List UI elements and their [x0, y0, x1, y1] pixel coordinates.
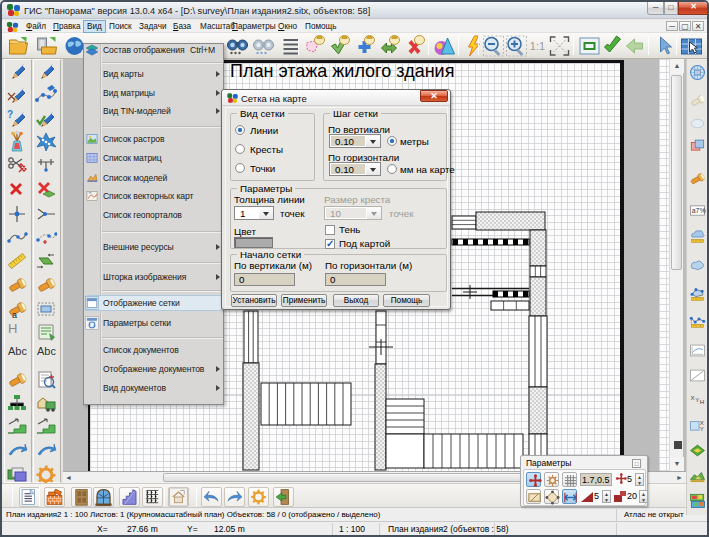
svg-text:a7%: a7%	[692, 207, 706, 214]
svg-text:a: a	[12, 310, 17, 320]
svg-text:?: ?	[7, 109, 13, 120]
svg-text:H: H	[700, 398, 704, 405]
svg-text:Y: Y	[695, 396, 699, 403]
svg-text:X: X	[691, 394, 695, 401]
svg-text:Y: Y	[700, 425, 704, 432]
